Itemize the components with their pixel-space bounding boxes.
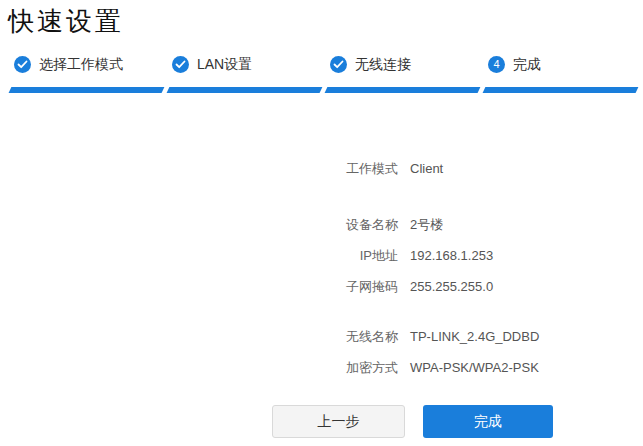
step-finish: 4 完成 (484, 56, 637, 93)
step-label: 完成 (513, 56, 541, 74)
summary-row-subnet-mask: 子网掩码 255.255.255.0 (0, 278, 643, 295)
step-lan-settings-head: LAN设置 (172, 56, 321, 73)
step-number: 4 (493, 59, 499, 70)
quick-setup-page: 快速设置 选择工作模式 LAN设置 (0, 6, 643, 438)
step-number-badge: 4 (488, 56, 505, 73)
row-label: 加密方式 (0, 359, 398, 376)
setup-summary: 工作模式 Client 设备名称 2号楼 IP地址 192.168.1.253 … (0, 160, 643, 376)
row-value: TP-LINK_2.4G_DDBD (410, 328, 539, 345)
finish-button[interactable]: 完成 (423, 405, 553, 438)
step-select-mode-head: 选择工作模式 (14, 56, 163, 73)
back-button[interactable]: 上一步 (272, 405, 405, 438)
step-label: 选择工作模式 (39, 56, 123, 74)
summary-group-wireless: 无线名称 TP-LINK_2.4G_DDBD 加密方式 WPA-PSK/WPA2… (0, 328, 643, 376)
summary-row-security: 加密方式 WPA-PSK/WPA2-PSK (0, 359, 643, 376)
step-wireless-connect-head: 无线连接 (330, 56, 479, 73)
summary-row-device-name: 设备名称 2号楼 (0, 216, 643, 233)
row-label: 工作模式 (0, 160, 398, 177)
summary-group-mode: 工作模式 Client (0, 160, 643, 177)
step-lan-settings: LAN设置 (168, 56, 321, 93)
step-complete-check-icon (330, 56, 347, 73)
row-label: IP地址 (0, 247, 398, 264)
summary-row-work-mode: 工作模式 Client (0, 160, 643, 177)
row-label: 子网掩码 (0, 278, 398, 295)
row-value: WPA-PSK/WPA2-PSK (410, 359, 539, 376)
step-complete-check-icon (172, 56, 189, 73)
row-label: 设备名称 (0, 216, 398, 233)
summary-group-lan: 设备名称 2号楼 IP地址 192.168.1.253 子网掩码 255.255… (0, 216, 643, 295)
step-label: 无线连接 (355, 56, 411, 74)
step-label: LAN设置 (197, 56, 252, 74)
step-progress-bar (167, 87, 323, 93)
summary-row-ssid: 无线名称 TP-LINK_2.4G_DDBD (0, 328, 643, 345)
wizard-buttons: 上一步 完成 (272, 405, 643, 438)
row-value: 255.255.255.0 (410, 278, 493, 295)
row-label: 无线名称 (0, 328, 398, 345)
step-select-mode: 选择工作模式 (10, 56, 163, 93)
step-progress-bar (9, 87, 165, 93)
wizard-steps: 选择工作模式 LAN设置 无线连接 (10, 56, 637, 93)
step-progress-bar (325, 87, 481, 93)
row-value: 192.168.1.253 (410, 247, 493, 264)
page-title: 快速设置 (8, 6, 643, 36)
row-value: 2号楼 (410, 216, 443, 233)
step-wireless-connect: 无线连接 (326, 56, 479, 93)
summary-row-ip-address: IP地址 192.168.1.253 (0, 247, 643, 264)
step-finish-head: 4 完成 (488, 56, 637, 73)
row-value: Client (410, 160, 443, 177)
step-complete-check-icon (14, 56, 31, 73)
step-progress-bar (483, 87, 639, 93)
